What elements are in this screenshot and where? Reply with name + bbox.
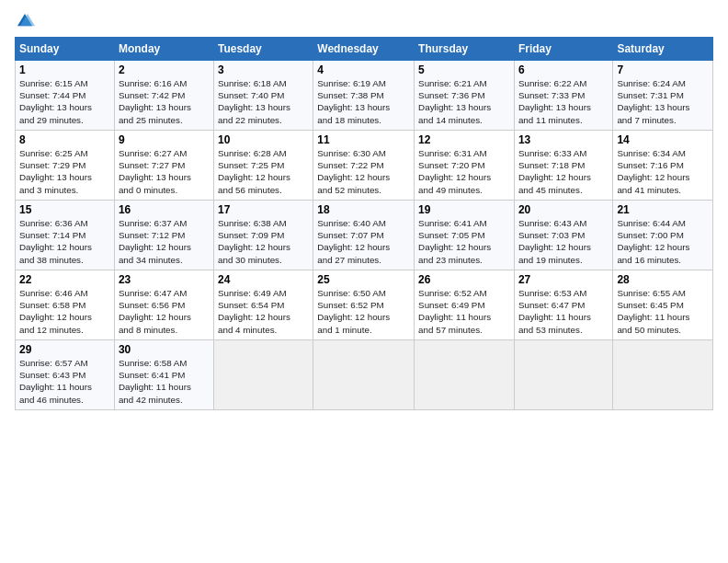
day-number: 24 <box>218 273 309 286</box>
day-info: Sunrise: 6:53 AM Sunset: 6:47 PM Dayligh… <box>518 287 609 336</box>
day-info: Sunrise: 6:22 AM Sunset: 7:33 PM Dayligh… <box>518 77 609 126</box>
day-info: Sunrise: 6:28 AM Sunset: 7:25 PM Dayligh… <box>218 147 309 196</box>
header-row-days: Sunday Monday Tuesday Wednesday Thursday… <box>16 38 713 61</box>
day-number: 11 <box>317 133 410 146</box>
day-info: Sunrise: 6:44 AM Sunset: 7:00 PM Dayligh… <box>617 217 709 266</box>
day-number: 29 <box>19 343 110 356</box>
logo <box>15 11 37 31</box>
day-info: Sunrise: 6:52 AM Sunset: 6:49 PM Dayligh… <box>418 287 510 336</box>
calendar-cell <box>213 340 313 410</box>
day-info: Sunrise: 6:18 AM Sunset: 7:40 PM Dayligh… <box>218 77 309 126</box>
calendar-cell: 25Sunrise: 6:50 AM Sunset: 6:52 PM Dayli… <box>313 270 415 340</box>
col-tuesday: Tuesday <box>213 38 313 61</box>
day-info: Sunrise: 6:30 AM Sunset: 7:22 PM Dayligh… <box>317 147 410 196</box>
day-info: Sunrise: 6:19 AM Sunset: 7:38 PM Dayligh… <box>317 77 410 126</box>
calendar-cell: 30Sunrise: 6:58 AM Sunset: 6:41 PM Dayli… <box>114 340 213 410</box>
logo-icon <box>15 11 35 31</box>
col-wednesday: Wednesday <box>313 38 415 61</box>
calendar-cell: 28Sunrise: 6:55 AM Sunset: 6:45 PM Dayli… <box>613 270 713 340</box>
day-number: 1 <box>19 63 110 76</box>
day-info: Sunrise: 6:50 AM Sunset: 6:52 PM Dayligh… <box>317 287 410 336</box>
day-info: Sunrise: 6:57 AM Sunset: 6:43 PM Dayligh… <box>19 357 110 406</box>
calendar-cell <box>514 340 612 410</box>
calendar-cell: 16Sunrise: 6:37 AM Sunset: 7:12 PM Dayli… <box>114 201 213 270</box>
day-info: Sunrise: 6:47 AM Sunset: 6:56 PM Dayligh… <box>119 287 210 336</box>
calendar-week-1: 1Sunrise: 6:15 AM Sunset: 7:44 PM Daylig… <box>16 61 713 131</box>
day-info: Sunrise: 6:36 AM Sunset: 7:14 PM Dayligh… <box>19 217 110 266</box>
day-info: Sunrise: 6:40 AM Sunset: 7:07 PM Dayligh… <box>317 217 410 266</box>
calendar-cell: 9Sunrise: 6:27 AM Sunset: 7:27 PM Daylig… <box>114 131 213 201</box>
day-info: Sunrise: 6:16 AM Sunset: 7:42 PM Dayligh… <box>119 77 210 126</box>
calendar-week-3: 15Sunrise: 6:36 AM Sunset: 7:14 PM Dayli… <box>16 201 713 270</box>
calendar-cell <box>415 340 515 410</box>
calendar-cell: 20Sunrise: 6:43 AM Sunset: 7:03 PM Dayli… <box>514 201 612 270</box>
calendar-cell: 10Sunrise: 6:28 AM Sunset: 7:25 PM Dayli… <box>213 131 313 201</box>
calendar-cell: 21Sunrise: 6:44 AM Sunset: 7:00 PM Dayli… <box>613 201 713 270</box>
day-info: Sunrise: 6:15 AM Sunset: 7:44 PM Dayligh… <box>19 77 110 126</box>
calendar-cell: 18Sunrise: 6:40 AM Sunset: 7:07 PM Dayli… <box>313 201 415 270</box>
day-number: 27 <box>518 273 609 286</box>
day-number: 6 <box>518 63 609 76</box>
day-number: 13 <box>518 133 609 146</box>
col-friday: Friday <box>514 38 612 61</box>
day-info: Sunrise: 6:37 AM Sunset: 7:12 PM Dayligh… <box>119 217 210 266</box>
day-number: 12 <box>418 133 510 146</box>
calendar-table: Sunday Monday Tuesday Wednesday Thursday… <box>15 37 713 410</box>
day-info: Sunrise: 6:25 AM Sunset: 7:29 PM Dayligh… <box>19 147 110 196</box>
page: Sunday Monday Tuesday Wednesday Thursday… <box>0 0 728 418</box>
day-number: 20 <box>518 203 609 216</box>
day-info: Sunrise: 6:31 AM Sunset: 7:20 PM Dayligh… <box>418 147 510 196</box>
calendar-cell: 27Sunrise: 6:53 AM Sunset: 6:47 PM Dayli… <box>514 270 612 340</box>
day-number: 16 <box>119 203 210 216</box>
calendar-cell <box>313 340 415 410</box>
calendar-cell: 8Sunrise: 6:25 AM Sunset: 7:29 PM Daylig… <box>16 131 115 201</box>
day-info: Sunrise: 6:27 AM Sunset: 7:27 PM Dayligh… <box>119 147 210 196</box>
calendar-cell: 13Sunrise: 6:33 AM Sunset: 7:18 PM Dayli… <box>514 131 612 201</box>
calendar-week-2: 8Sunrise: 6:25 AM Sunset: 7:29 PM Daylig… <box>16 131 713 201</box>
day-number: 14 <box>617 133 709 146</box>
calendar-cell <box>613 340 713 410</box>
day-number: 2 <box>119 63 210 76</box>
calendar-week-4: 22Sunrise: 6:46 AM Sunset: 6:58 PM Dayli… <box>16 270 713 340</box>
day-number: 23 <box>119 273 210 286</box>
day-info: Sunrise: 6:24 AM Sunset: 7:31 PM Dayligh… <box>617 77 709 126</box>
calendar-cell: 7Sunrise: 6:24 AM Sunset: 7:31 PM Daylig… <box>613 61 713 131</box>
day-number: 7 <box>617 63 709 76</box>
day-number: 18 <box>317 203 410 216</box>
calendar-cell: 11Sunrise: 6:30 AM Sunset: 7:22 PM Dayli… <box>313 131 415 201</box>
calendar-cell: 29Sunrise: 6:57 AM Sunset: 6:43 PM Dayli… <box>16 340 115 410</box>
day-number: 15 <box>19 203 110 216</box>
col-thursday: Thursday <box>415 38 515 61</box>
day-info: Sunrise: 6:49 AM Sunset: 6:54 PM Dayligh… <box>218 287 309 336</box>
day-number: 30 <box>119 343 210 356</box>
calendar-cell: 3Sunrise: 6:18 AM Sunset: 7:40 PM Daylig… <box>213 61 313 131</box>
col-sunday: Sunday <box>16 38 115 61</box>
calendar-cell: 17Sunrise: 6:38 AM Sunset: 7:09 PM Dayli… <box>213 201 313 270</box>
calendar-cell: 14Sunrise: 6:34 AM Sunset: 7:16 PM Dayli… <box>613 131 713 201</box>
day-number: 28 <box>617 273 709 286</box>
day-number: 5 <box>418 63 510 76</box>
day-info: Sunrise: 6:41 AM Sunset: 7:05 PM Dayligh… <box>418 217 510 266</box>
day-number: 10 <box>218 133 309 146</box>
calendar-cell: 6Sunrise: 6:22 AM Sunset: 7:33 PM Daylig… <box>514 61 612 131</box>
calendar-cell: 19Sunrise: 6:41 AM Sunset: 7:05 PM Dayli… <box>415 201 515 270</box>
day-number: 25 <box>317 273 410 286</box>
day-info: Sunrise: 6:38 AM Sunset: 7:09 PM Dayligh… <box>218 217 309 266</box>
day-info: Sunrise: 6:46 AM Sunset: 6:58 PM Dayligh… <box>19 287 110 336</box>
day-number: 26 <box>418 273 510 286</box>
calendar-week-5: 29Sunrise: 6:57 AM Sunset: 6:43 PM Dayli… <box>16 340 713 410</box>
day-info: Sunrise: 6:21 AM Sunset: 7:36 PM Dayligh… <box>418 77 510 126</box>
header-row <box>15 11 713 31</box>
day-info: Sunrise: 6:58 AM Sunset: 6:41 PM Dayligh… <box>119 357 210 406</box>
calendar-cell: 1Sunrise: 6:15 AM Sunset: 7:44 PM Daylig… <box>16 61 115 131</box>
col-saturday: Saturday <box>613 38 713 61</box>
calendar-cell: 26Sunrise: 6:52 AM Sunset: 6:49 PM Dayli… <box>415 270 515 340</box>
calendar-cell: 24Sunrise: 6:49 AM Sunset: 6:54 PM Dayli… <box>213 270 313 340</box>
calendar-cell: 23Sunrise: 6:47 AM Sunset: 6:56 PM Dayli… <box>114 270 213 340</box>
day-number: 3 <box>218 63 309 76</box>
calendar-cell: 5Sunrise: 6:21 AM Sunset: 7:36 PM Daylig… <box>415 61 515 131</box>
day-number: 4 <box>317 63 410 76</box>
day-number: 22 <box>19 273 110 286</box>
day-number: 9 <box>119 133 210 146</box>
day-number: 17 <box>218 203 309 216</box>
